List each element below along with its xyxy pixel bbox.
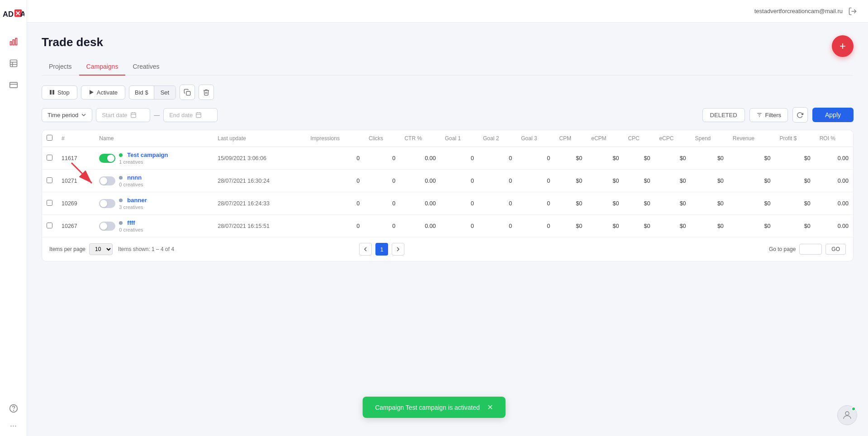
row-checkbox[interactable] (47, 177, 52, 183)
row-clicks: 0 (364, 215, 400, 237)
svg-text:AD: AD (20, 10, 24, 19)
logout-button[interactable] (848, 7, 857, 16)
row-checkbox[interactable] (47, 223, 52, 228)
go-to-page-input[interactable] (799, 244, 822, 255)
delete-icon (203, 89, 210, 96)
row-revenue: $0 (728, 170, 775, 192)
row-checkbox[interactable] (47, 155, 52, 161)
refresh-button[interactable] (792, 107, 808, 123)
row-id: 11617 (57, 147, 95, 170)
col-header-ctr: CTR % (400, 130, 440, 147)
row-spend: $0 (691, 215, 728, 237)
items-per-page: Items per page 10 25 50 (49, 243, 113, 255)
data-table: # Name Last update Impressions Clicks CT… (42, 130, 853, 237)
sidebar-item-analytics[interactable] (5, 33, 23, 51)
row-goal3: 0 (517, 215, 555, 237)
col-header-clicks: Clicks (364, 130, 400, 147)
campaign-name[interactable]: banner (127, 197, 147, 204)
campaign-toggle[interactable] (99, 199, 115, 208)
next-page-button[interactable] (392, 243, 404, 256)
toast-close-button[interactable]: ✕ (487, 403, 493, 412)
row-goal2: 0 (479, 215, 517, 237)
row-checkbox-cell (42, 147, 57, 170)
prev-page-button[interactable] (359, 243, 372, 256)
per-page-select[interactable]: 10 25 50 (89, 243, 113, 255)
row-id: 10267 (57, 215, 95, 237)
campaign-name[interactable]: ffff (127, 219, 135, 226)
page-nav: 1 (359, 243, 404, 256)
deleted-filter-badge[interactable]: DELETED (702, 108, 745, 122)
row-ecpc: $0 (655, 170, 690, 192)
time-period-select[interactable]: Time period (42, 108, 92, 122)
row-last-update: 28/07/2021 16:15:51 (213, 215, 306, 237)
go-to-page: Go to page GO (769, 244, 846, 255)
avatar-button[interactable] (837, 405, 857, 425)
row-ecpc: $0 (655, 147, 690, 170)
activate-button[interactable]: Activate (81, 85, 125, 100)
go-button[interactable]: GO (825, 244, 846, 255)
row-goal3: 0 (517, 147, 555, 170)
row-clicks: 0 (364, 170, 400, 192)
next-icon (395, 246, 401, 252)
apply-button[interactable]: Apply (812, 108, 854, 122)
svg-rect-19 (186, 91, 190, 95)
add-campaign-button[interactable]: + (832, 35, 854, 57)
row-cpc: $0 (623, 147, 655, 170)
bid-label: Bid $ (129, 86, 154, 99)
copy-button[interactable] (180, 85, 195, 100)
campaign-name[interactable]: nnnn (127, 174, 142, 181)
row-name-cell: Test campaign 1 creatives (95, 147, 213, 170)
chevron-down-icon (81, 112, 86, 118)
delete-button[interactable] (199, 85, 214, 100)
tab-creatives[interactable]: Creatives (125, 58, 166, 76)
svg-rect-16 (50, 90, 52, 95)
col-header-cpm: CPM (555, 130, 587, 147)
svg-point-14 (13, 410, 14, 411)
svg-rect-20 (131, 113, 136, 118)
sidebar-item-campaigns[interactable] (5, 54, 23, 72)
filters-button[interactable]: Filters (749, 108, 788, 122)
row-revenue: $0 (728, 192, 775, 215)
svg-rect-24 (196, 113, 201, 118)
creatives-count: 3 creatives (119, 204, 147, 210)
row-ecpc: $0 (655, 215, 690, 237)
svg-rect-6 (15, 38, 17, 45)
copy-icon (184, 89, 191, 96)
tab-projects[interactable]: Projects (42, 58, 79, 76)
filter-icon (756, 112, 763, 118)
row-cpm: $0 (555, 170, 587, 192)
row-goal1: 0 (440, 170, 478, 192)
col-header-roi: ROI % (815, 130, 853, 147)
row-roi: 0.00 (815, 147, 853, 170)
tab-campaigns[interactable]: Campaigns (79, 58, 126, 76)
row-checkbox[interactable] (47, 200, 52, 206)
stop-button[interactable]: Stop (42, 85, 77, 100)
toast-message: Campaign Test campaign is activated (375, 404, 480, 411)
help-icon (9, 404, 18, 413)
campaign-toggle[interactable] (99, 176, 115, 185)
table-row: 10269 banner 3 creatives 28/07/2021 16:2… (42, 192, 853, 215)
avatar-icon (842, 410, 853, 421)
filters-right: DELETED Filters Apply (702, 107, 854, 123)
campaign-name[interactable]: Test campaign (127, 152, 168, 158)
bid-set-button[interactable]: Set (154, 86, 176, 99)
end-date-input[interactable]: End date (163, 108, 218, 122)
select-all-checkbox[interactable] (47, 135, 52, 141)
logo-svg: AD ✕ AD (3, 7, 24, 20)
row-ecpm: $0 (587, 147, 623, 170)
campaign-toggle[interactable] (99, 154, 115, 163)
row-ecpm: $0 (587, 215, 623, 237)
time-period-label: Time period (47, 112, 78, 118)
sidebar-item-help[interactable] (5, 399, 23, 417)
col-header-impressions: Impressions (306, 130, 364, 147)
stop-icon (49, 90, 55, 95)
col-header-num: # (57, 130, 95, 147)
campaign-toggle[interactable] (99, 222, 115, 231)
sidebar-more[interactable]: ··· (10, 421, 17, 431)
row-id: 10269 (57, 192, 95, 215)
row-spend: $0 (691, 192, 728, 215)
row-last-update: 15/09/2021 3:06:06 (213, 147, 306, 170)
start-date-input[interactable]: Start date (96, 108, 150, 122)
sidebar-item-billing[interactable] (5, 76, 23, 94)
table-row: 10271 nnnn 0 creatives 28/07/2021 16:30:… (42, 170, 853, 192)
